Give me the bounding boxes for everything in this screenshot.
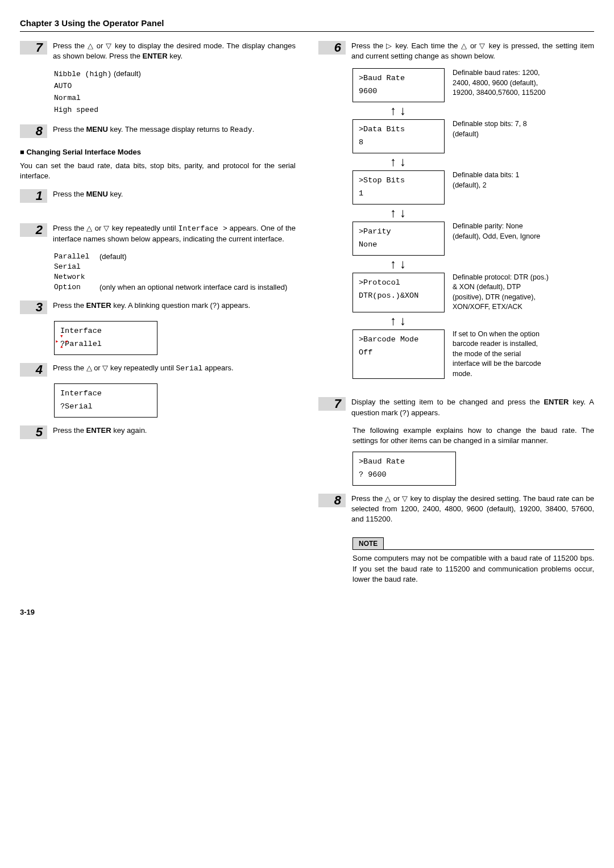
text: key repeatedly until [110, 224, 179, 232]
down-key-icon: ▽ [479, 41, 486, 50]
content-columns: 7 Press the △ or ▽ key to display the de… [20, 41, 594, 585]
note-block: NOTE Some computers may not be compatibl… [352, 532, 594, 585]
down-key-icon: ▽ [102, 364, 108, 372]
setting-desc: Definable data bits: 1 (default), 2 [453, 170, 549, 205]
interface-text: Interface > [179, 224, 227, 233]
step-body: Press the △ or ▽ key to display the desi… [346, 494, 594, 525]
step-number-1: 1 [20, 189, 47, 203]
flow-arrows-icon: ↑ ↓ [352, 156, 443, 168]
text: Display the setting item to be changed a… [351, 398, 544, 406]
left-step-8: 8 Press the MENU key. The message displa… [20, 124, 296, 138]
enter-key: ENTER [143, 52, 168, 60]
iface-parallel: Parallel [54, 252, 99, 262]
interface-list: Parallel (default) Serial Network Option… [54, 252, 296, 293]
text: Press the [53, 301, 86, 310]
sb-line2: 1 [359, 187, 438, 201]
setting-protocol: >Protocol DTR(pos.)&XON Definable protoc… [352, 273, 594, 312]
serial-step-5: 5 Press the ENTER key again. [20, 425, 296, 439]
right-step-7: 7 Display the setting item to be changed… [318, 397, 594, 418]
text: Press the [53, 125, 86, 133]
option-note: (only when an optional network interface… [99, 282, 296, 293]
step-number-6: 6 [318, 41, 346, 55]
section-intro: You can set the baud rate, data bits, st… [20, 161, 296, 181]
text: key again. [111, 426, 147, 435]
page-number: 3-19 [20, 607, 594, 617]
default-label: (default) [111, 69, 140, 78]
text: key. [108, 190, 123, 198]
up-key-icon: △ [88, 41, 94, 50]
iface-serial: Serial [54, 262, 99, 272]
text: ) appears. [217, 301, 251, 310]
mode-highspeed: High speed [54, 106, 98, 114]
mode-nibble: Nibble (high) [54, 70, 111, 78]
text: Press the [53, 41, 88, 50]
setting-desc: Definable stop bits: 7, 8 (default) [453, 119, 549, 153]
step-number-4: 4 [20, 363, 47, 377]
setting-desc: If set to On when the option barcode rea… [453, 329, 549, 379]
sb-line1: >Baud Rate [359, 72, 438, 85]
left-column: 7 Press the △ or ▽ key to display the de… [20, 41, 296, 585]
setting-box: >Parity None [352, 222, 445, 256]
setting-parity: >Parity None Definable parity: None (def… [352, 222, 594, 256]
text: Press the [53, 224, 86, 232]
ready-text: Ready [230, 126, 252, 134]
step-body: Press the ▷ key. Each time the △ or ▽ ke… [346, 41, 594, 61]
qmark: ? [213, 302, 217, 310]
step7-paragraph: The following example explains how to ch… [352, 425, 594, 446]
text: ) appears. [406, 408, 440, 417]
enter-key: ENTER [86, 301, 111, 310]
text: or [93, 224, 104, 232]
setting-stopbits: >Stop Bits 1 Definable data bits: 1 (def… [352, 170, 594, 205]
text: key. Each time the [393, 41, 461, 50]
text: or [94, 41, 106, 50]
disp-line2: ? 9600 [359, 469, 450, 482]
setting-baud: >Baud Rate 9600 Definable baud rates: 12… [352, 68, 594, 102]
display-box-baud: >Baud Rate ? 9600 [352, 452, 456, 486]
left-step-7: 7 Press the △ or ▽ key to display the de… [20, 41, 296, 61]
setting-barcode: >Barcode Mode Off If set to On when the … [352, 329, 594, 379]
setting-desc: Definable parity: None (default), Odd, E… [453, 222, 549, 256]
setting-databits: >Data Bits 8 Definable stop bits: 7, 8 (… [352, 119, 594, 153]
step-number-8: 8 [20, 124, 47, 138]
display-box-parallel: Interface ?Parallel ▾ ▸ ◂ ▴ [54, 321, 157, 355]
display-box-serial: Interface ?Serial [54, 383, 157, 418]
mode-list: Nibble (high) (default) AUTO Normal High… [54, 68, 296, 116]
enter-key: ENTER [544, 398, 569, 406]
text: or [391, 494, 403, 503]
setting-desc: Definable baud rates: 1200, 2400, 4800, … [453, 68, 549, 102]
serial-step-2: 2 Press the △ or ▽ key repeatedly until … [20, 223, 296, 244]
text: key. The message display returns to [108, 125, 230, 133]
step-body: Press the ENTER key again. [47, 425, 296, 439]
flow-arrows-icon: ↑ ↓ [352, 207, 443, 219]
serial-step-4: 4 Press the △ or ▽ key repeatedly until … [20, 363, 296, 377]
step-body: Display the setting item to be changed a… [346, 397, 594, 418]
text: . [252, 125, 255, 133]
enter-key: ENTER [86, 426, 111, 435]
serial-step-3: 3 Press the ENTER key. A blinking questi… [20, 301, 296, 314]
down-key-icon: ▽ [103, 224, 109, 232]
sb-line1: >Parity [359, 226, 438, 239]
flow-arrows-icon: ↑ ↓ [352, 258, 443, 270]
sb-line1: >Protocol [359, 277, 438, 290]
step-body: Press the MENU key. [47, 189, 296, 203]
down-key-icon: ▽ [106, 41, 112, 50]
step-number-5: 5 [20, 425, 47, 439]
text: key. [168, 52, 183, 60]
default-label: (default) [99, 252, 296, 262]
up-key-icon: △ [86, 364, 92, 372]
note-heading: NOTE [352, 537, 384, 550]
sb-line1: >Stop Bits [359, 174, 438, 187]
up-key-icon: △ [86, 224, 92, 232]
right-key-icon: ▷ [386, 41, 392, 50]
text: appears. [202, 364, 233, 372]
text: Press the [53, 364, 86, 372]
disp-line2: ?Parallel [60, 338, 151, 351]
step-number-7: 7 [20, 41, 47, 55]
right-step-6: 6 Press the ▷ key. Each time the △ or ▽ … [318, 41, 594, 61]
up-key-icon: △ [461, 41, 467, 50]
setting-box: >Stop Bits 1 [352, 170, 445, 205]
section-heading-serial: Changing Serial Interface Modes [20, 147, 296, 157]
mode-normal: Normal [54, 94, 81, 102]
disp-line1: Interface [60, 325, 151, 338]
text: or [467, 41, 480, 50]
